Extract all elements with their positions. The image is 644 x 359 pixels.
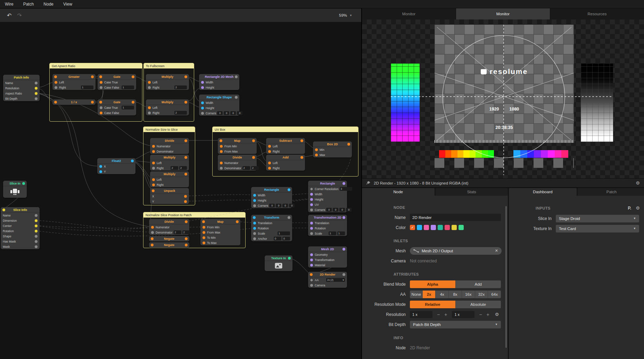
input-port[interactable] [100, 112, 102, 114]
color-swatch-3[interactable] [431, 225, 436, 230]
output-port[interactable] [235, 96, 238, 99]
diamond-port[interactable] [310, 187, 313, 190]
node-slice-info[interactable]: Slice InfoNameDimensionCenterRotationSha… [1, 207, 40, 249]
output-port[interactable] [184, 200, 187, 203]
input-port[interactable] [268, 150, 271, 153]
resolution-mode-option-absolute[interactable]: Absolute [455, 301, 501, 308]
output-port[interactable] [35, 82, 38, 84]
node-patch-info[interactable]: Patch InfoNameResolutionAspect RatioBit … [3, 75, 40, 101]
value-field[interactable]: 3 [340, 187, 352, 191]
value-field[interactable]: 1 [337, 231, 345, 235]
input-dropdown-texture-in[interactable]: Test Card▼ [556, 225, 639, 232]
value-field[interactable]: 0 [339, 208, 345, 212]
input-port[interactable] [100, 106, 102, 109]
monitor-tab-0[interactable]: Monitor [362, 8, 456, 19]
input-port[interactable] [253, 216, 256, 219]
plus-button[interactable]: + [487, 312, 489, 317]
input-port[interactable] [201, 101, 204, 104]
node-greater[interactable]: GreaterLeftRight1 [52, 74, 96, 90]
value-field[interactable]: 0 [289, 204, 295, 207]
diamond-port[interactable] [310, 278, 313, 281]
resolution-x-field[interactable]: 1 x [410, 311, 432, 318]
value-field[interactable]: 0 [276, 204, 281, 207]
gear-icon[interactable]: ⚙ [495, 312, 499, 317]
output-port[interactable] [91, 101, 94, 104]
tab-dashboard[interactable]: Dashboard [509, 188, 577, 196]
input-port[interactable] [148, 81, 151, 84]
resolution-y-field[interactable]: 1 x [452, 311, 474, 318]
node-float2[interactable]: Float2XY [97, 158, 135, 174]
output-port[interactable] [91, 75, 94, 78]
node-multiply-ns2[interactable]: MultiplyLeftRight [150, 171, 189, 187]
color-swatch-7[interactable] [459, 225, 464, 230]
value-field[interactable]: 2 [174, 230, 181, 234]
output-port[interactable] [35, 87, 38, 90]
node-mesh-2d[interactable]: Mesh 2DGeometryTransformationMaterial [308, 246, 347, 268]
output-port[interactable] [184, 156, 187, 159]
output-port[interactable] [288, 216, 290, 219]
output-port[interactable] [35, 240, 38, 243]
input-port[interactable] [99, 170, 102, 173]
node-transform[interactable]: TransformTranslationRotationScale1Anchor… [251, 215, 292, 241]
node-multiply-ns1[interactable]: MultiplyLeftRight22 [150, 155, 189, 171]
output-port[interactable] [347, 143, 350, 146]
output-port[interactable] [184, 195, 187, 198]
menu-item-node[interactable]: Node [43, 2, 53, 7]
input-port[interactable] [2, 209, 5, 211]
node-gate-2[interactable]: GateCase True1Case False [98, 99, 136, 115]
blend-option-add[interactable]: Add [455, 280, 501, 288]
input-port[interactable] [203, 226, 205, 229]
value-field[interactable]: 0 [237, 111, 242, 115]
tab-node[interactable]: Node [362, 188, 435, 196]
output-port[interactable] [35, 245, 38, 248]
node-one-over-x[interactable]: 1 / x [52, 99, 96, 105]
input-port[interactable] [99, 165, 102, 168]
output-port[interactable] [132, 75, 134, 78]
output-port[interactable] [288, 257, 291, 260]
output-port[interactable] [342, 182, 345, 185]
input-port[interactable] [152, 189, 155, 192]
input-port[interactable] [310, 209, 313, 211]
value-field[interactable]: 0 [217, 111, 223, 115]
tab-patch[interactable]: Patch [578, 188, 644, 196]
output-port[interactable] [35, 235, 38, 238]
color-swatch-1[interactable] [417, 225, 422, 230]
aa-option-2x[interactable]: 2x [423, 291, 436, 298]
input-port[interactable] [310, 232, 313, 235]
input-port[interactable] [315, 154, 318, 156]
input-port[interactable] [55, 86, 57, 89]
input-port[interactable] [99, 101, 102, 104]
output-port[interactable] [35, 214, 38, 217]
aa-option-16x[interactable]: 16x [462, 291, 475, 298]
value-field[interactable]: 0 [269, 204, 275, 207]
redo-icon[interactable]: ↷ [17, 12, 22, 19]
aa-option-4x[interactable]: 4x [435, 291, 448, 298]
input-port[interactable] [203, 242, 205, 244]
input-port[interactable] [151, 237, 154, 240]
input-port[interactable] [100, 86, 102, 89]
color-swatch-5[interactable] [445, 225, 450, 230]
node-unpack[interactable]: UnpackXY [150, 188, 189, 204]
node-multiply-fs2[interactable]: MultiplyLeftRight2 [146, 99, 189, 115]
output-port[interactable] [35, 230, 38, 232]
node-gate-1[interactable]: GateCase TrueCase False1 [98, 74, 136, 90]
value-field[interactable]: 0 [230, 111, 236, 115]
output-port[interactable] [35, 92, 38, 95]
input-port[interactable] [152, 162, 155, 164]
input-port[interactable] [310, 193, 313, 196]
aa-option-none[interactable]: None [410, 291, 423, 298]
value-field[interactable]: 0 [282, 237, 290, 240]
input-port[interactable] [253, 237, 256, 240]
input-port[interactable] [148, 112, 151, 114]
input-port[interactable] [253, 232, 256, 235]
value-field[interactable]: 1 [329, 231, 336, 235]
node-divide-np[interactable]: DivideNumeratorDenominator22 [149, 219, 189, 235]
input-port[interactable] [253, 222, 256, 225]
input-port[interactable] [310, 198, 313, 201]
output-port[interactable] [342, 248, 345, 251]
parameters-icon[interactable]: P. [628, 206, 631, 211]
node-negate-1[interactable]: Negate [149, 236, 189, 242]
node-box-2d[interactable]: Box 2DMinMax [313, 141, 352, 157]
zoom-control[interactable]: 59% ▼ [339, 13, 352, 17]
input-port[interactable] [253, 199, 256, 202]
